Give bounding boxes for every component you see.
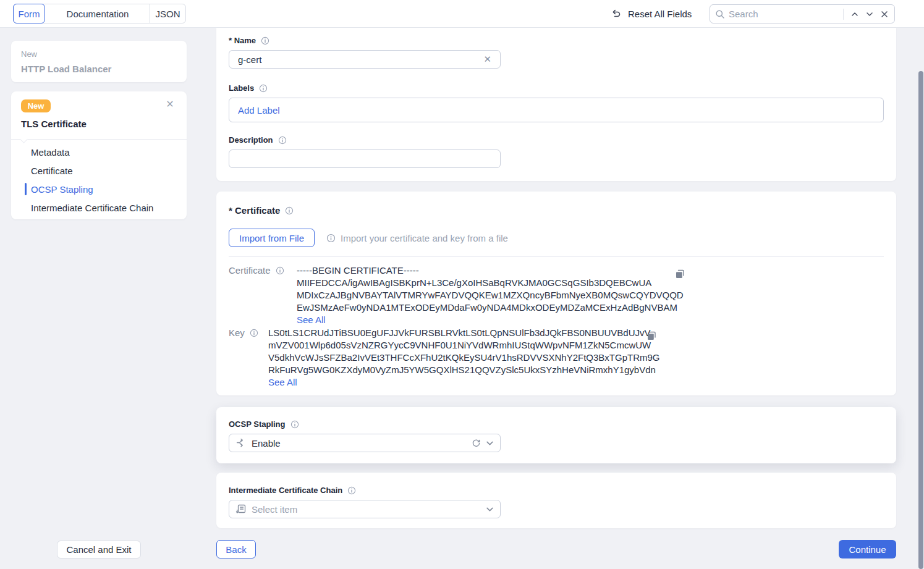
- tab-json[interactable]: JSON: [150, 4, 185, 23]
- ocsp-label-row: OCSP Stapling: [229, 419, 299, 429]
- ocsp-stapling-section: OCSP Stapling Enable: [216, 407, 896, 463]
- certificate-heading-row: * Certificate: [229, 205, 294, 216]
- card-title-http-load-balancer: HTTP Load Balancer: [21, 64, 111, 74]
- search-next-button[interactable]: [862, 7, 877, 22]
- info-icon[interactable]: [290, 420, 299, 429]
- description-label-row: Description: [229, 135, 287, 145]
- metadata-section: * Name ✕ Labels Add Label Description: [216, 28, 896, 181]
- sidebar-item-certificate[interactable]: Certificate: [31, 166, 73, 175]
- card-eyebrow: New: [21, 49, 37, 59]
- reset-all-fields-label: Reset All Fields: [628, 9, 692, 19]
- intermediate-chain-section: Intermediate Certificate Chain Select it…: [216, 473, 896, 528]
- sidebar-card-tls-certificate: New ✕ TLS Certificate Metadata Certifica…: [11, 91, 187, 219]
- ocsp-label: OCSP Stapling: [229, 419, 286, 429]
- info-icon[interactable]: [259, 84, 268, 93]
- name-label: * Name: [229, 36, 256, 45]
- scrollbar-thumb[interactable]: [918, 71, 923, 569]
- info-icon[interactable]: [347, 486, 356, 495]
- search-icon: [713, 7, 727, 22]
- chain-label-row: Intermediate Certificate Chain: [229, 486, 356, 495]
- refresh-icon[interactable]: [472, 439, 481, 448]
- chain-label: Intermediate Certificate Chain: [229, 486, 342, 495]
- certificate-row-label: Certificate: [229, 265, 284, 276]
- sidebar-card-http-load-balancer[interactable]: New HTTP Load Balancer: [11, 41, 187, 82]
- sidebar-divider: [11, 139, 187, 140]
- section-divider: [229, 256, 884, 257]
- key-row-label: Key: [229, 327, 258, 338]
- certificate-line: MIIFEDCCA/igAwIBAgISBKprN+L3Ce/gXoIHSaBq…: [297, 277, 684, 289]
- name-field-wrap: ✕: [229, 50, 501, 69]
- sidebar-item-metadata[interactable]: Metadata: [31, 147, 70, 157]
- key-line: LS0tLS1CRUdJTiBSU0EgUFJJVkFURSBLRVktLS0t…: [268, 327, 660, 339]
- info-icon[interactable]: [278, 136, 287, 145]
- add-label-button[interactable]: Add Label: [238, 105, 280, 116]
- key-value: LS0tLS1CRUdJTiBSU0EgUFJJVkFURSBLRVktLS0t…: [268, 327, 660, 389]
- key-see-all-link[interactable]: See All: [268, 376, 660, 389]
- copy-key-icon[interactable]: [646, 331, 656, 341]
- description-input[interactable]: [237, 153, 493, 165]
- chain-placeholder: Select item: [252, 504, 481, 515]
- labels-label: Labels: [229, 83, 254, 93]
- chevron-down-icon: [486, 505, 494, 513]
- sidebar-item-ocsp-stapling[interactable]: OCSP Stapling: [31, 184, 93, 194]
- import-from-file-button[interactable]: Import from File: [229, 229, 315, 247]
- sidebar-item-intermediate-certificate-chain[interactable]: Intermediate Certificate Chain: [31, 203, 153, 213]
- ocsp-selected-value: Enable: [252, 438, 467, 449]
- description-label: Description: [229, 135, 273, 145]
- key-line: mVZV001Wlp6d05sVzNZRGYycC9VNHF0U1NiYVdWR…: [268, 339, 660, 352]
- top-bar: Form Documentation JSON Reset All Fields: [0, 0, 924, 28]
- sidebar-divider-notch: [20, 135, 28, 143]
- chain-select[interactable]: Select item: [229, 500, 501, 518]
- info-icon[interactable]: [261, 36, 269, 45]
- search-divider: [843, 9, 844, 20]
- fork-arrow-icon: [235, 437, 247, 449]
- import-hint-row: Import your certificate and key from a f…: [326, 233, 508, 243]
- info-icon[interactable]: [250, 329, 258, 337]
- active-item-indicator: [25, 183, 27, 195]
- card-title-tls-certificate: TLS Certificate: [21, 119, 87, 129]
- ocsp-select[interactable]: Enable: [229, 434, 501, 452]
- description-field-wrap: [229, 150, 501, 168]
- certificate-list-icon: [235, 504, 247, 515]
- cancel-and-exit-button[interactable]: Cancel and Exit: [57, 541, 141, 558]
- key-line: V5dkhVcWJsSFZBa2IvVEt3THFCcXFhU2tKQkEySU…: [268, 352, 660, 364]
- certificate-section: * Certificate Import from File Import yo…: [216, 192, 896, 395]
- labels-label-row: Labels: [229, 83, 268, 93]
- continue-button[interactable]: Continue: [839, 540, 896, 558]
- page: Form Documentation JSON Reset All Fields: [0, 0, 924, 569]
- copy-certificate-icon[interactable]: [675, 269, 685, 279]
- new-badge: New: [21, 99, 51, 112]
- close-icon[interactable]: ✕: [164, 99, 176, 110]
- name-label-row: * Name: [229, 36, 269, 45]
- chevron-down-icon: [486, 439, 494, 447]
- tab-form[interactable]: Form: [13, 4, 45, 23]
- clear-name-icon[interactable]: ✕: [482, 54, 493, 65]
- certificate-line: -----BEGIN CERTIFICATE-----: [297, 264, 684, 277]
- search-prev-button[interactable]: [847, 7, 862, 22]
- info-icon[interactable]: [276, 266, 284, 275]
- search-box: [710, 4, 895, 23]
- name-input[interactable]: [237, 54, 482, 65]
- search-input[interactable]: [727, 8, 839, 20]
- reset-all-fields-button[interactable]: Reset All Fields: [611, 0, 692, 28]
- import-hint-text: Import your certificate and key from a f…: [341, 233, 508, 243]
- tab-documentation[interactable]: Documentation: [46, 4, 150, 23]
- undo-icon: [611, 9, 622, 20]
- certificate-value: -----BEGIN CERTIFICATE----- MIIFEDCCA/ig…: [297, 264, 684, 326]
- certificate-heading: * Certificate: [229, 205, 280, 216]
- back-button[interactable]: Back: [216, 540, 256, 558]
- certificate-label: Certificate: [229, 265, 271, 276]
- key-label: Key: [229, 327, 245, 338]
- labels-box: Add Label: [229, 98, 884, 122]
- certificate-line: EwJSMzAeFw0yNDA1MTExODEyMDdaFw0yNDA4MDkx…: [297, 301, 684, 314]
- info-icon: [326, 234, 336, 243]
- view-switcher: Form Documentation JSON: [13, 4, 186, 23]
- certificate-line: MDIxCzAJBgNVBAYTAlVTMRYwFAYDVQQKEw1MZXQn…: [297, 289, 684, 301]
- search-close-button[interactable]: [877, 7, 892, 22]
- certificate-see-all-link[interactable]: See All: [297, 314, 684, 326]
- info-icon[interactable]: [285, 206, 294, 215]
- key-line: RkFuRVg5WG0KZXdyM0VyZmJ5YW5GQXlHS21QQVZy…: [268, 364, 660, 376]
